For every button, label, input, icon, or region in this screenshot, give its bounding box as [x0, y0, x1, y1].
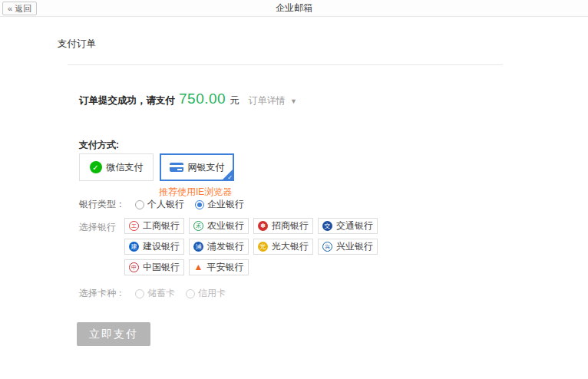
bank-button-pingan[interactable]: ▲ 平安银行 — [189, 259, 249, 275]
order-details-label: 订单详情 — [249, 95, 286, 106]
bank-type-label: 银行类型： — [79, 198, 125, 211]
cib-bank-icon: 兴 — [322, 242, 332, 252]
payment-method-label: 微信支付 — [107, 161, 144, 174]
wechat-pay-icon: ✓ — [90, 161, 102, 173]
abc-bank-icon: 禾 — [193, 221, 203, 231]
cmb-bank-icon: ✽ — [258, 221, 268, 231]
chevron-down-icon: ▼ — [290, 97, 297, 105]
radio-personal-bank[interactable]: 个人银行 — [135, 198, 184, 211]
radio-label: 信用卡 — [198, 287, 226, 300]
bank-name: 平安银行 — [206, 261, 243, 274]
bank-button-abc[interactable]: 禾 农业银行 — [189, 218, 249, 234]
bocom-bank-icon: 交 — [322, 221, 332, 231]
bank-name: 建设银行 — [143, 240, 180, 253]
bank-name: 农业银行 — [207, 219, 244, 232]
card-type-label: 选择卡种： — [79, 287, 125, 300]
bank-button-ceb[interactable]: 光 光大银行 — [253, 239, 313, 255]
payment-method-wechat[interactable]: ✓ 微信支付 — [79, 153, 154, 181]
payment-method-label: 网银支付 — [188, 161, 225, 174]
ceb-bank-icon: 光 — [258, 242, 268, 252]
app-title: 企业邮箱 — [0, 0, 588, 16]
bank-grid: 工 工商银行 禾 农业银行 ✽ 招商银行 交 交通银行 建 建设银行 浦 浦发银… — [124, 218, 378, 275]
radio-label: 个人银行 — [147, 198, 184, 211]
order-status-text: 订单提交成功，请支付 — [79, 94, 175, 107]
radio-icon — [135, 289, 144, 298]
bank-type-row: 银行类型： 个人银行 企业银行 — [79, 198, 255, 211]
pay-now-button[interactable]: 立即支付 — [77, 322, 150, 346]
payment-method-section-label: 支付方式: — [79, 139, 119, 152]
bank-button-ccb[interactable]: 建 建设银行 — [124, 239, 184, 255]
bank-name: 浦发银行 — [207, 240, 244, 253]
bank-name: 兴业银行 — [336, 240, 373, 253]
page-title: 支付订单 — [58, 38, 96, 51]
bank-name: 招商银行 — [272, 219, 309, 232]
ie-browser-hint: 推荐使用IE浏览器 — [159, 186, 232, 199]
order-currency: 元 — [230, 94, 239, 107]
bank-button-cib[interactable]: 兴 兴业银行 — [318, 239, 378, 255]
top-header-bar: « 返回 企业邮箱 — [0, 0, 588, 17]
icbc-bank-icon: 工 — [129, 221, 139, 231]
radio-enterprise-bank[interactable]: 企业银行 — [195, 198, 244, 211]
bank-button-spdb[interactable]: 浦 浦发银行 — [189, 239, 249, 255]
bank-button-cmb[interactable]: ✽ 招商银行 — [253, 218, 313, 234]
payment-order-page: « 返回 企业邮箱 支付订单 订单提交成功，请支付 750.00 元 订单详情 … — [0, 0, 588, 379]
radio-credit-card[interactable]: 信用卡 — [186, 287, 226, 300]
bank-button-icbc[interactable]: 工 工商银行 — [124, 218, 184, 234]
radio-label: 储蓄卡 — [147, 287, 175, 300]
ccb-bank-icon: 建 — [129, 242, 139, 252]
bank-card-icon — [170, 163, 183, 172]
spdb-bank-icon: 浦 — [193, 242, 203, 252]
payment-method-netbank[interactable]: 网银支付 ✓ — [160, 153, 234, 181]
bank-name: 工商银行 — [143, 219, 180, 232]
section-divider — [68, 64, 503, 65]
bank-name: 中国银行 — [143, 261, 180, 274]
bank-select-label: 选择银行 — [79, 221, 116, 234]
order-amount: 750.00 — [179, 91, 226, 107]
order-details-link[interactable]: 订单详情 ▼ — [249, 94, 297, 107]
check-icon: ✓ — [227, 174, 233, 181]
radio-icon — [186, 289, 195, 298]
boc-bank-icon: 中 — [129, 262, 139, 272]
radio-checked-icon — [195, 200, 204, 209]
bank-button-bocom[interactable]: 交 交通银行 — [318, 218, 378, 234]
order-summary: 订单提交成功，请支付 750.00 元 订单详情 ▼ — [79, 91, 297, 107]
radio-debit-card[interactable]: 储蓄卡 — [135, 287, 175, 300]
radio-label: 企业银行 — [207, 198, 244, 211]
bank-name: 交通银行 — [336, 219, 373, 232]
bank-button-boc[interactable]: 中 中国银行 — [124, 259, 184, 275]
pingan-bank-icon: ▲ — [194, 262, 203, 272]
radio-icon — [135, 200, 144, 209]
card-type-row: 选择卡种： 储蓄卡 信用卡 — [79, 287, 236, 300]
payment-method-row: ✓ 微信支付 网银支付 ✓ — [79, 153, 234, 181]
bank-name: 光大银行 — [272, 240, 309, 253]
